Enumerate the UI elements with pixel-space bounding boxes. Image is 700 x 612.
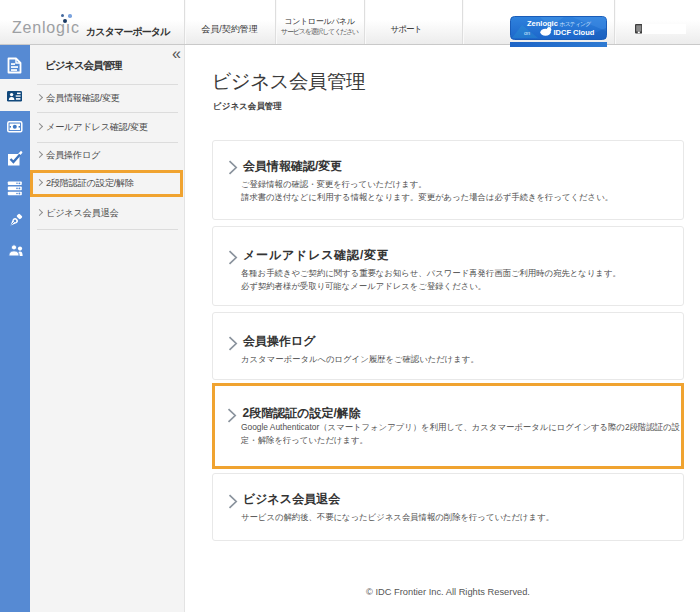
- svg-text:IDCF Cloud: IDCF Cloud: [554, 28, 595, 37]
- svg-text:ホスティング: ホスティング: [560, 21, 592, 27]
- svg-text:on: on: [524, 30, 530, 36]
- svg-text:Zenlogic: Zenlogic: [527, 19, 558, 28]
